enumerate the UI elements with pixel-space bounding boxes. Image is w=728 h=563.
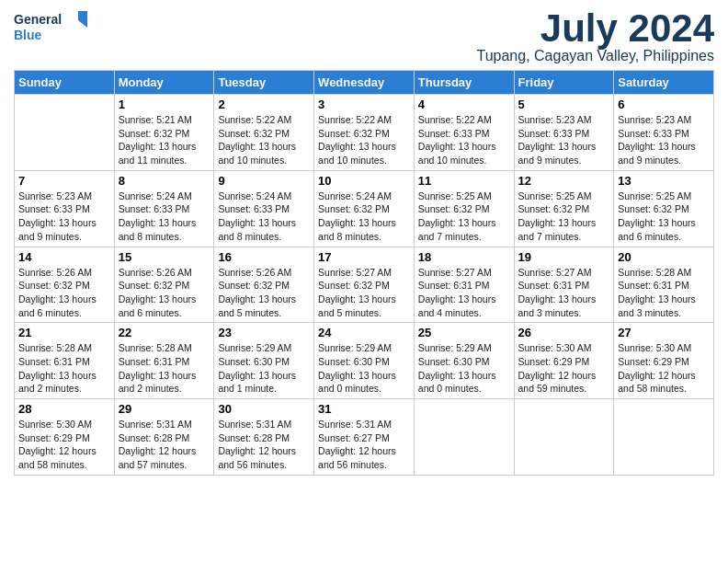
day-number: 17 bbox=[318, 250, 410, 264]
day-info: Sunrise: 5:27 AM Sunset: 6:32 PM Dayligh… bbox=[318, 266, 410, 320]
day-cell: 30Sunrise: 5:31 AM Sunset: 6:28 PM Dayli… bbox=[214, 399, 314, 476]
week-row-2: 7Sunrise: 5:23 AM Sunset: 6:33 PM Daylig… bbox=[15, 170, 714, 247]
day-cell: 6Sunrise: 5:23 AM Sunset: 6:33 PM Daylig… bbox=[614, 95, 714, 171]
svg-marker-2 bbox=[78, 11, 87, 28]
day-cell: 16Sunrise: 5:26 AM Sunset: 6:32 PM Dayli… bbox=[214, 247, 314, 323]
day-number: 23 bbox=[218, 326, 310, 339]
day-info: Sunrise: 5:25 AM Sunset: 6:32 PM Dayligh… bbox=[618, 190, 710, 244]
day-cell: 28Sunrise: 5:30 AM Sunset: 6:29 PM Dayli… bbox=[15, 399, 115, 476]
day-info: Sunrise: 5:25 AM Sunset: 6:32 PM Dayligh… bbox=[518, 190, 610, 244]
col-header-friday: Friday bbox=[514, 71, 614, 95]
day-info: Sunrise: 5:30 AM Sunset: 6:29 PM Dayligh… bbox=[18, 418, 110, 472]
day-info: Sunrise: 5:25 AM Sunset: 6:32 PM Dayligh… bbox=[418, 190, 510, 244]
week-row-1: 1Sunrise: 5:21 AM Sunset: 6:32 PM Daylig… bbox=[15, 95, 714, 171]
day-number: 7 bbox=[18, 174, 110, 188]
day-info: Sunrise: 5:23 AM Sunset: 6:33 PM Dayligh… bbox=[518, 113, 610, 167]
day-info: Sunrise: 5:26 AM Sunset: 6:32 PM Dayligh… bbox=[18, 266, 110, 320]
calendar-table: SundayMondayTuesdayWednesdayThursdayFrid… bbox=[14, 70, 714, 476]
day-cell: 3Sunrise: 5:22 AM Sunset: 6:32 PM Daylig… bbox=[314, 95, 415, 171]
day-info: Sunrise: 5:31 AM Sunset: 6:28 PM Dayligh… bbox=[218, 418, 310, 472]
month-title: July 2024 bbox=[476, 9, 714, 48]
day-info: Sunrise: 5:22 AM Sunset: 6:32 PM Dayligh… bbox=[318, 113, 410, 167]
day-cell: 9Sunrise: 5:24 AM Sunset: 6:33 PM Daylig… bbox=[214, 170, 314, 247]
day-cell bbox=[15, 95, 115, 171]
day-info: Sunrise: 5:23 AM Sunset: 6:33 PM Dayligh… bbox=[18, 190, 110, 244]
day-number: 9 bbox=[218, 174, 310, 188]
day-info: Sunrise: 5:30 AM Sunset: 6:29 PM Dayligh… bbox=[518, 341, 610, 396]
day-number: 6 bbox=[618, 98, 710, 111]
day-info: Sunrise: 5:29 AM Sunset: 6:30 PM Dayligh… bbox=[418, 341, 510, 396]
day-info: Sunrise: 5:28 AM Sunset: 6:31 PM Dayligh… bbox=[618, 266, 710, 320]
day-number: 18 bbox=[418, 250, 510, 264]
svg-text:Blue: Blue bbox=[14, 28, 42, 42]
week-row-4: 21Sunrise: 5:28 AM Sunset: 6:31 PM Dayli… bbox=[15, 323, 714, 399]
location-title: Tupang, Cagayan Valley, Philippines bbox=[476, 48, 714, 64]
day-number: 3 bbox=[318, 98, 410, 111]
day-number: 20 bbox=[618, 250, 710, 264]
day-cell bbox=[614, 399, 714, 476]
day-number: 29 bbox=[119, 402, 210, 416]
day-number: 22 bbox=[119, 326, 210, 339]
day-number: 10 bbox=[318, 174, 410, 188]
day-info: Sunrise: 5:27 AM Sunset: 6:31 PM Dayligh… bbox=[418, 266, 510, 320]
day-number: 11 bbox=[418, 174, 510, 188]
day-info: Sunrise: 5:26 AM Sunset: 6:32 PM Dayligh… bbox=[119, 266, 210, 320]
day-info: Sunrise: 5:24 AM Sunset: 6:33 PM Dayligh… bbox=[119, 190, 210, 244]
day-cell: 11Sunrise: 5:25 AM Sunset: 6:32 PM Dayli… bbox=[414, 170, 514, 247]
day-number: 30 bbox=[218, 402, 310, 416]
day-cell: 29Sunrise: 5:31 AM Sunset: 6:28 PM Dayli… bbox=[114, 399, 214, 476]
day-cell: 17Sunrise: 5:27 AM Sunset: 6:32 PM Dayli… bbox=[314, 247, 415, 323]
day-info: Sunrise: 5:31 AM Sunset: 6:28 PM Dayligh… bbox=[119, 418, 210, 472]
day-info: Sunrise: 5:29 AM Sunset: 6:30 PM Dayligh… bbox=[218, 341, 310, 396]
day-info: Sunrise: 5:28 AM Sunset: 6:31 PM Dayligh… bbox=[18, 341, 110, 396]
day-cell: 4Sunrise: 5:22 AM Sunset: 6:33 PM Daylig… bbox=[414, 95, 514, 171]
day-info: Sunrise: 5:26 AM Sunset: 6:32 PM Dayligh… bbox=[218, 266, 310, 320]
day-cell: 26Sunrise: 5:30 AM Sunset: 6:29 PM Dayli… bbox=[514, 323, 614, 399]
day-info: Sunrise: 5:24 AM Sunset: 6:33 PM Dayligh… bbox=[218, 190, 310, 244]
day-cell bbox=[514, 399, 614, 476]
day-info: Sunrise: 5:31 AM Sunset: 6:27 PM Dayligh… bbox=[318, 418, 410, 472]
day-number: 2 bbox=[218, 98, 310, 111]
day-cell: 15Sunrise: 5:26 AM Sunset: 6:32 PM Dayli… bbox=[114, 247, 214, 323]
svg-text:General: General bbox=[14, 12, 62, 27]
day-info: Sunrise: 5:22 AM Sunset: 6:33 PM Dayligh… bbox=[418, 113, 510, 167]
day-cell: 20Sunrise: 5:28 AM Sunset: 6:31 PM Dayli… bbox=[614, 247, 714, 323]
day-info: Sunrise: 5:22 AM Sunset: 6:32 PM Dayligh… bbox=[218, 113, 310, 167]
day-number: 19 bbox=[518, 250, 610, 264]
day-cell: 31Sunrise: 5:31 AM Sunset: 6:27 PM Dayli… bbox=[314, 399, 415, 476]
day-cell: 8Sunrise: 5:24 AM Sunset: 6:33 PM Daylig… bbox=[114, 170, 214, 247]
day-cell: 25Sunrise: 5:29 AM Sunset: 6:30 PM Dayli… bbox=[414, 323, 514, 399]
day-cell: 18Sunrise: 5:27 AM Sunset: 6:31 PM Dayli… bbox=[414, 247, 514, 323]
day-number: 26 bbox=[518, 326, 610, 339]
day-number: 14 bbox=[18, 250, 110, 264]
day-number: 13 bbox=[618, 174, 710, 188]
day-number: 24 bbox=[318, 326, 410, 339]
logo: General Blue bbox=[14, 9, 87, 50]
day-cell: 27Sunrise: 5:30 AM Sunset: 6:29 PM Dayli… bbox=[614, 323, 714, 399]
day-number: 16 bbox=[218, 250, 310, 264]
day-number: 12 bbox=[518, 174, 610, 188]
day-cell: 12Sunrise: 5:25 AM Sunset: 6:32 PM Dayli… bbox=[514, 170, 614, 247]
logo-svg: General Blue bbox=[14, 9, 87, 50]
col-header-thursday: Thursday bbox=[414, 71, 514, 95]
day-number: 1 bbox=[119, 98, 210, 111]
week-row-5: 28Sunrise: 5:30 AM Sunset: 6:29 PM Dayli… bbox=[15, 399, 714, 476]
day-cell: 5Sunrise: 5:23 AM Sunset: 6:33 PM Daylig… bbox=[514, 95, 614, 171]
week-row-3: 14Sunrise: 5:26 AM Sunset: 6:32 PM Dayli… bbox=[15, 247, 714, 323]
day-info: Sunrise: 5:27 AM Sunset: 6:31 PM Dayligh… bbox=[518, 266, 610, 320]
day-cell: 24Sunrise: 5:29 AM Sunset: 6:30 PM Dayli… bbox=[314, 323, 415, 399]
col-header-saturday: Saturday bbox=[614, 71, 714, 95]
col-header-tuesday: Tuesday bbox=[214, 71, 314, 95]
day-cell: 13Sunrise: 5:25 AM Sunset: 6:32 PM Dayli… bbox=[614, 170, 714, 247]
day-cell: 21Sunrise: 5:28 AM Sunset: 6:31 PM Dayli… bbox=[15, 323, 115, 399]
day-cell: 1Sunrise: 5:21 AM Sunset: 6:32 PM Daylig… bbox=[114, 95, 214, 171]
day-number: 8 bbox=[119, 174, 210, 188]
title-block: July 2024 Tupang, Cagayan Valley, Philip… bbox=[476, 9, 714, 64]
col-header-sunday: Sunday bbox=[15, 71, 115, 95]
day-cell: 22Sunrise: 5:28 AM Sunset: 6:31 PM Dayli… bbox=[114, 323, 214, 399]
col-header-wednesday: Wednesday bbox=[314, 71, 415, 95]
day-cell: 7Sunrise: 5:23 AM Sunset: 6:33 PM Daylig… bbox=[15, 170, 115, 247]
day-info: Sunrise: 5:21 AM Sunset: 6:32 PM Dayligh… bbox=[119, 113, 210, 167]
day-number: 15 bbox=[119, 250, 210, 264]
calendar-header-row: SundayMondayTuesdayWednesdayThursdayFrid… bbox=[15, 71, 714, 95]
